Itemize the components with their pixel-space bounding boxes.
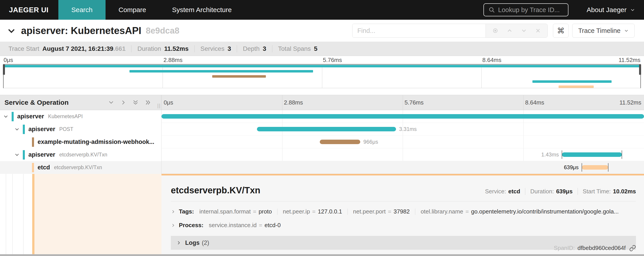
span-color-bar — [32, 163, 34, 172]
span-color-bar — [23, 125, 25, 134]
span-color-bar — [32, 137, 34, 147]
next-match-icon[interactable] — [520, 27, 527, 34]
find-bar — [352, 24, 548, 38]
process-summary: service.instance.id=etcd-0 — [209, 222, 281, 229]
span-row-apiserver-kubernetesapi[interactable]: apiserver KubernetesAPI — [0, 110, 644, 123]
span-bar[interactable] — [320, 140, 360, 144]
trace-title: apiserver: KubernetesAPI — [21, 25, 141, 36]
chevron-down-icon[interactable] — [108, 99, 114, 106]
focus-match-icon[interactable] — [492, 27, 499, 34]
selected-span-guide — [32, 174, 34, 254]
span-detail-indent — [0, 174, 162, 254]
chevron-down-icon — [630, 8, 635, 12]
about-jaeger-menu[interactable]: About Jaeger — [587, 6, 635, 14]
trace-minimap[interactable] — [3, 64, 641, 88]
find-input[interactable] — [352, 24, 486, 37]
chevron-right-icon — [171, 209, 175, 214]
nav-tab-search[interactable]: Search — [58, 0, 106, 20]
app-brand[interactable]: JAEGER UI — [0, 0, 58, 20]
trace-id-input[interactable] — [498, 6, 564, 14]
span-row-etcd-txn[interactable]: etcd etcdserverpb.KV/Txn 639μs — [0, 161, 644, 174]
search-icon — [488, 7, 495, 13]
trace-id-short: 8e9dca8 — [146, 26, 179, 36]
stat-services: Services3 — [194, 45, 231, 52]
chevron-down-icon — [624, 29, 628, 33]
timeline-header-row: Service & Operation || 0μs 2.88ms 5.76ms… — [0, 95, 644, 110]
span-bar[interactable] — [162, 114, 644, 119]
trace-id-lookup[interactable] — [484, 3, 568, 16]
span-color-bar — [23, 150, 25, 160]
span-rows: apiserver KubernetesAPI apiserver POST 3… — [0, 110, 644, 174]
span-duration-label: 639μs — [564, 164, 579, 170]
detail-service: Service:etcd — [485, 188, 520, 195]
tags-accordion[interactable]: Tags: internal.span.format=protonet.peer… — [171, 208, 636, 215]
process-accordion[interactable]: Process: service.instance.id=etcd-0 — [171, 222, 636, 229]
span-bar[interactable] — [257, 127, 396, 131]
span-bar[interactable] — [562, 152, 622, 157]
nav-tab-system-architecture[interactable]: System Architecture — [159, 0, 245, 20]
minimap-tick-labels: 0μs2.88ms 5.76ms8.64ms 11.52ms — [3, 56, 641, 64]
clear-find-icon[interactable] — [535, 28, 541, 34]
chevron-right-icon — [176, 240, 181, 245]
jaeger-trace-page: JAEGER UI Search Compare System Architec… — [0, 0, 644, 256]
span-color-bar — [12, 112, 14, 121]
bottom-scrollbar[interactable] — [0, 254, 644, 256]
collapse-trace-icon[interactable] — [7, 26, 16, 35]
span-duration-label: 966μs — [363, 139, 378, 145]
double-chevron-down-icon[interactable] — [132, 99, 139, 106]
span-row-apiserver-etcd-txn[interactable]: apiserver etcdserverpb.KV/Txn 1.43ms — [0, 148, 644, 161]
span-duration-label: 3.31ms — [399, 126, 417, 132]
stat-depth: Depth3 — [237, 45, 266, 52]
minimap-left-handle[interactable] — [3, 65, 4, 88]
link-icon[interactable] — [629, 245, 636, 251]
detail-start-time: Start Time:10.02ms — [578, 188, 636, 195]
double-chevron-right-icon[interactable] — [145, 99, 152, 106]
top-nav: JAEGER UI Search Compare System Architec… — [0, 0, 644, 20]
keyboard-shortcuts-button[interactable]: ⌘ — [553, 24, 569, 38]
column-resizer-handle[interactable]: || — [158, 103, 161, 109]
stat-trace-start: Trace StartAugust 7 2021, 16:21:39.661 — [8, 45, 126, 52]
span-detail-title: etcdserverpb.KV/Txn — [171, 185, 260, 195]
detail-duration: Duration:639μs — [525, 188, 572, 195]
span-bar[interactable] — [582, 165, 608, 170]
span-duration-label: 1.43ms — [541, 151, 559, 158]
span-detail-panel: etcdserverpb.KV/Txn Service:etcd Duratio… — [162, 174, 644, 254]
trace-stats-bar: Trace StartAugust 7 2021, 16:21:39.661 D… — [0, 42, 644, 56]
span-detail-band: etcdserverpb.KV/Txn Service:etcd Duratio… — [0, 174, 644, 254]
chevron-down-icon[interactable] — [14, 152, 20, 158]
chevron-right-icon — [171, 223, 175, 227]
trace-view-selector[interactable]: Trace Timeline — [572, 24, 634, 38]
tags-summary: internal.span.format=protonet.peer.ip=12… — [199, 208, 618, 215]
nav-tab-compare[interactable]: Compare — [106, 0, 159, 20]
stat-total-spans: Total Spans5 — [272, 45, 318, 52]
chevron-down-icon[interactable] — [3, 114, 9, 119]
prev-match-icon[interactable] — [506, 27, 513, 34]
span-row-webhook[interactable]: example-mutating-admission-webhook... 96… — [0, 136, 644, 148]
span-id-row: SpanID: dfbebd960ced064f — [554, 244, 636, 251]
chevron-right-icon[interactable] — [120, 99, 126, 106]
stat-duration: Duration11.52ms — [131, 45, 188, 52]
minimap-bars — [3, 65, 641, 88]
span-id-value: dfbebd960ced064f — [578, 244, 626, 251]
trace-header: apiserver: KubernetesAPI 8e9dca8 — [0, 20, 644, 42]
minimap-right-handle[interactable] — [640, 65, 641, 88]
span-row-apiserver-post[interactable]: apiserver POST 3.31ms — [0, 123, 644, 136]
service-operation-header: Service & Operation — [4, 99, 69, 106]
chevron-down-icon[interactable] — [14, 127, 20, 132]
